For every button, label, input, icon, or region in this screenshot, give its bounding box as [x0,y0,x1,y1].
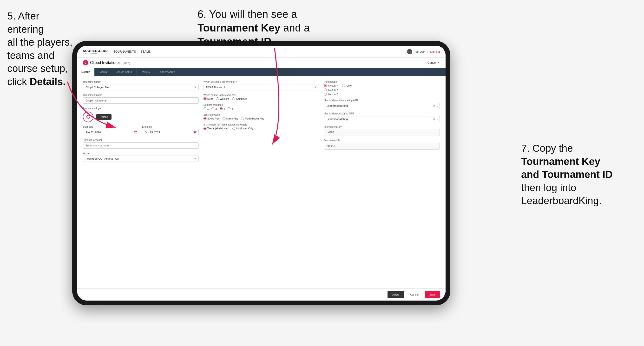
rounds-3[interactable]: 3 [220,107,225,110]
teams-radio-group: Teams (+Individuals) Individuals Only [204,127,319,130]
start-date-group: Start date 📅 [83,126,139,135]
tournament-id-value: 302051 [324,143,440,150]
format-6count5[interactable]: 6 count 5 [324,93,338,96]
nav-tournaments[interactable]: TOURNAMENTS [114,49,136,54]
nav-right: TU Test User | Sign out [407,49,440,54]
format-other[interactable]: Other [342,84,352,87]
tournament-logo-group: Tournament logo C Upload [83,107,199,122]
user-name: Test User [414,50,425,53]
annotation-bottom-right: 7. Copy theTournament Keyand Tournament … [521,142,637,207]
sponsor-group: Sponsor (optional) [83,139,199,149]
api1-clear-button[interactable]: ✕ [432,104,436,108]
api2-select[interactable]: Leaderboard King [324,116,440,122]
tournament-name-group: Tournament name [83,94,199,104]
brand-logo: SCOREBOARD Powered by clippd [83,49,108,54]
teams-plus-individuals[interactable]: Teams (+Individuals) [204,127,230,130]
gender-womens[interactable]: Womens [216,97,229,100]
api2-clear-button[interactable]: ✕ [432,117,436,121]
api1-group: Use third-party live scoring API? Leader… [324,99,440,109]
scoring-stroke-play[interactable]: Stroke Play [204,117,220,120]
tournament-host-label: Tournament Host [83,81,199,83]
tournament-host-select-wrapper: Clippd College - Men [83,84,199,90]
tournament-id-label: Tournament ID [324,139,440,142]
dates-group: Start date 📅 End date [83,126,199,135]
venue-select-wrapper: Peachtree GC - Atlanta - GA [83,156,199,162]
start-date-wrapper: 📅 [83,129,139,135]
main-content: Tournament Host Clippd College - Men Tou… [77,76,446,288]
start-date-input[interactable] [83,129,139,135]
gender-mens[interactable]: Mens [204,97,213,100]
format-group: Format type 5 count 4 6 count 4 [324,81,440,96]
sign-out-link[interactable]: Sign out [430,50,440,53]
tournament-id-group: Tournament ID 302051 [324,139,440,150]
scoring-group: Scoring system Stroke Play Match Play Me… [204,114,319,120]
api1-dropdown-icon[interactable]: ⌄ [436,104,439,108]
tournament-title-row: C Clippd Invitational (Men) [83,60,130,65]
scoring-radio-group: Stroke Play Match Play Medal Match Play [204,117,319,120]
gender-label: Which gender is the event for? [204,94,319,96]
annotation-left: 5. After enteringall the players,teams a… [7,10,75,88]
rounds-1[interactable]: 1 [204,107,209,110]
tablet-screen: SCOREBOARD Powered by clippd TOURNAMENTS… [77,46,446,301]
start-date-label: Start date [83,126,139,128]
tournament-host-select[interactable]: Clippd College - Men [83,84,199,90]
division-select[interactable]: NCAA Division III [204,84,319,90]
sponsor-label: Sponsor (optional) [83,139,199,141]
sponsor-input[interactable] [83,142,199,149]
format-6count4[interactable]: 6 count 4 [324,88,338,91]
rounds-label: Number of rounds [204,104,319,106]
format-label: Format type [324,81,440,83]
brand-sub: Powered by clippd [83,52,108,54]
rounds-4[interactable]: 4 [228,107,233,110]
tournament-key-group: Tournament Key bd9b7 [324,126,440,136]
format-options-row: 5 count 4 6 count 4 6 count 5 [324,84,440,96]
api1-buttons: ✕ ⌄ [432,104,439,108]
save-button[interactable]: Save [425,291,440,298]
api2-select-wrapper: Leaderboard King ✕ ⌄ [324,116,440,122]
gender-combined[interactable]: Combined [232,97,247,100]
form-grid: Tournament Host Clippd College - Men Tou… [83,81,440,162]
delete-button[interactable]: Delete [388,291,404,298]
format-5count4[interactable]: 5 count 4 [324,84,338,87]
tab-results[interactable]: Results [136,68,154,76]
end-date-input[interactable] [142,129,198,135]
api2-dropdown-icon[interactable]: ⌄ [436,117,439,121]
api2-buttons: ✕ ⌄ [432,117,439,121]
api2-label: Use third-party scoring API? [324,112,440,115]
api1-select-wrapper: Leaderboard King ✕ ⌄ [324,103,440,109]
tournament-name-label: Tournament name [83,94,199,96]
nav-left: SCOREBOARD Powered by clippd TOURNAMENTS… [83,49,151,54]
cancel-button[interactable]: Cancel [406,291,423,298]
rounds-2[interactable]: 2 [212,107,217,110]
tab-leaderboards[interactable]: Leaderboards [154,68,180,76]
upload-button[interactable]: Upload [96,114,112,120]
form-col-3: Format type 5 count 4 6 count 4 [324,81,440,162]
content-scroll: Tournament Host Clippd College - Men Tou… [77,76,446,288]
start-date-calendar-icon: 📅 [134,131,137,134]
scoring-match-play[interactable]: Match Play [222,117,238,120]
tab-details[interactable]: Details [77,68,95,76]
tab-course-setup[interactable]: Course Setup [111,68,136,76]
scoring-medal-match-play[interactable]: Medal Match Play [241,117,264,120]
logo-preview: C [83,112,94,122]
cancel-header-button[interactable]: Cancel ✕ [428,61,440,64]
api1-label: Use third-party live scoring API? [324,99,440,102]
teams-individuals-only[interactable]: Individuals Only [232,127,253,130]
tournament-name-input[interactable] [83,97,199,104]
nav-links: TOURNAMENTS TEAMS [114,49,151,54]
form-col-1: Tournament Host Clippd College - Men Tou… [83,81,199,162]
brand-name: SCOREBOARD [83,49,108,52]
format-list-left: 5 count 4 6 count 4 6 count 5 [324,84,338,96]
logo-upload-row: C Upload [83,112,199,122]
tab-teams[interactable]: Teams [95,68,111,76]
api1-select[interactable]: Leaderboard King [324,103,440,109]
tournament-logo-label: Tournament logo [83,107,199,110]
venue-select[interactable]: Peachtree GC - Atlanta - GA [83,156,199,162]
end-date-label: End date [142,126,198,128]
division-label: Which division is the event for? [204,81,319,83]
rounds-group: Number of rounds 1 2 3 [204,104,319,110]
tablet-device: SCOREBOARD Powered by clippd TOURNAMENTS… [72,41,450,305]
nav-teams[interactable]: TEAMS [141,49,150,54]
gender-radio-group: Mens Womens Combined [204,97,319,100]
end-date-group: End date 📅 [142,126,198,135]
